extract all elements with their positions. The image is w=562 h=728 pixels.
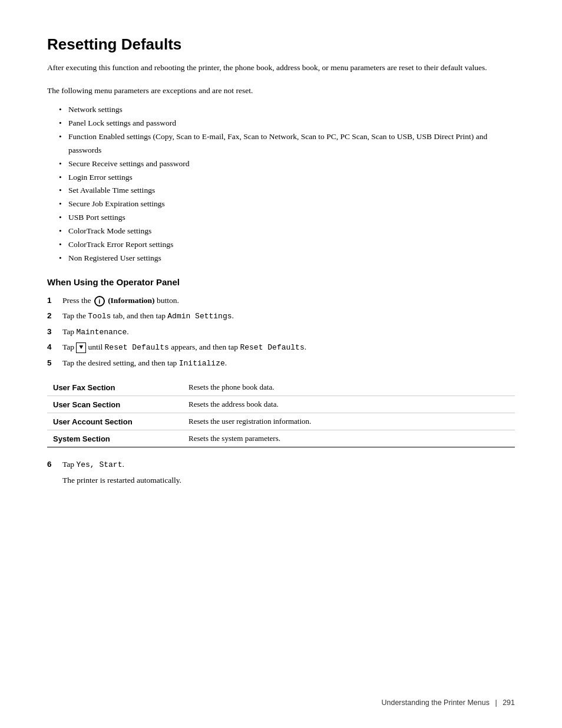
step-content: Press the i (Information) button. bbox=[62, 294, 515, 307]
table-cell-description: Resets the address book data. bbox=[183, 396, 515, 413]
mono-text: Maintenance bbox=[76, 328, 127, 337]
step-number: 2 bbox=[47, 309, 60, 322]
table-cell-section: User Fax Section bbox=[47, 379, 183, 396]
table-row: System SectionResets the system paramete… bbox=[47, 430, 515, 447]
step-number: 3 bbox=[47, 325, 60, 338]
exception-item: Secure Receive settings and password bbox=[59, 157, 515, 171]
step6-mono: Yes, Start bbox=[76, 460, 122, 469]
table-cell-section: User Account Section bbox=[47, 413, 183, 430]
exception-item: USB Port settings bbox=[59, 211, 515, 225]
step6-num: 6 bbox=[47, 458, 60, 471]
table-body: User Fax SectionResets the phone book da… bbox=[47, 379, 515, 447]
step6-sub: The printer is restarted automatically. bbox=[62, 474, 515, 487]
bold-text: (Information) bbox=[106, 296, 155, 305]
information-icon: i bbox=[94, 296, 105, 307]
exception-item: Network settings bbox=[59, 103, 515, 117]
exception-item: Login Error settings bbox=[59, 171, 515, 185]
mono-text: Reset Defaults bbox=[105, 343, 169, 352]
step-content: Tap ▼ until Reset Defaults appears, and … bbox=[62, 341, 515, 354]
exceptions-intro: The following menu parameters are except… bbox=[47, 85, 515, 97]
step-content: Tap the desired setting, and then tap In… bbox=[62, 357, 515, 370]
step-item: 2Tap the Tools tab, and then tap Admin S… bbox=[47, 309, 515, 322]
step-item: 3Tap Maintenance. bbox=[47, 325, 515, 338]
exception-item: Non Registered User settings bbox=[59, 252, 515, 265]
reset-table: User Fax SectionResets the phone book da… bbox=[47, 379, 515, 447]
exception-item: ColorTrack Mode settings bbox=[59, 225, 515, 238]
step-number: 5 bbox=[47, 357, 60, 370]
intro-paragraph: After executing this function and reboot… bbox=[47, 62, 515, 74]
section-heading: When Using the Operator Panel bbox=[47, 277, 515, 287]
exception-item: Set Available Time settings bbox=[59, 184, 515, 197]
table-cell-section: User Scan Section bbox=[47, 396, 183, 413]
mono-text: Reset Defaults bbox=[240, 343, 304, 352]
footer-separator: | bbox=[495, 699, 497, 707]
footer-left: Understanding the Printer Menus bbox=[381, 699, 489, 707]
step-number: 4 bbox=[47, 341, 60, 354]
step-item: 5Tap the desired setting, and then tap I… bbox=[47, 357, 515, 370]
step6-item: 6 Tap Yes, Start. bbox=[47, 458, 515, 471]
mono-text: Tools bbox=[88, 312, 111, 321]
arrow-button-icon: ▼ bbox=[76, 342, 86, 353]
exception-item: Secure Job Expiration settings bbox=[59, 197, 515, 211]
table-cell-description: Resets the user registration information… bbox=[183, 413, 515, 430]
steps-list: 1Press the i (Information) button.2Tap t… bbox=[47, 294, 515, 370]
step-content: Tap the Tools tab, and then tap Admin Se… bbox=[62, 309, 515, 322]
footer: Understanding the Printer Menus | 291 bbox=[381, 699, 515, 707]
exception-item: Panel Lock settings and password bbox=[59, 117, 515, 130]
step-number: 1 bbox=[47, 294, 60, 307]
step6-content: Tap Yes, Start. bbox=[62, 458, 515, 471]
table-row: User Fax SectionResets the phone book da… bbox=[47, 379, 515, 396]
exception-item: Function Enabled settings (Copy, Scan to… bbox=[59, 130, 515, 157]
page: Resetting Defaults After executing this … bbox=[0, 0, 562, 728]
step-item: 4Tap ▼ until Reset Defaults appears, and… bbox=[47, 341, 515, 354]
exception-item: ColorTrack Error Report settings bbox=[59, 238, 515, 252]
mono-text: Admin Settings bbox=[167, 312, 232, 321]
step6-block: 6 Tap Yes, Start. The printer is restart… bbox=[47, 458, 515, 487]
mono-text: Initialize bbox=[179, 359, 225, 368]
page-title: Resetting Defaults bbox=[47, 35, 515, 54]
table-row: User Account SectionResets the user regi… bbox=[47, 413, 515, 430]
table-cell-section: System Section bbox=[47, 430, 183, 447]
table-cell-description: Resets the phone book data. bbox=[183, 379, 515, 396]
table-cell-description: Resets the system parameters. bbox=[183, 430, 515, 447]
step-content: Tap Maintenance. bbox=[62, 325, 515, 338]
table-row: User Scan SectionResets the address book… bbox=[47, 396, 515, 413]
step-item: 1Press the i (Information) button. bbox=[47, 294, 515, 307]
exceptions-list: Network settingsPanel Lock settings and … bbox=[59, 103, 515, 265]
footer-page-num: 291 bbox=[503, 699, 515, 707]
